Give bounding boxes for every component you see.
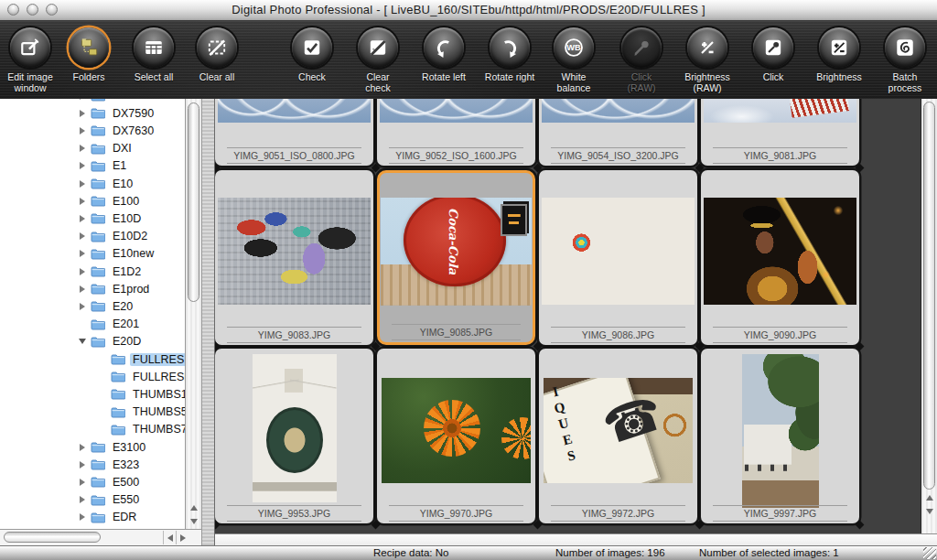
toolbar-button-folders[interactable]: Folders bbox=[57, 27, 121, 82]
clear-all-icon bbox=[206, 37, 228, 59]
toolbar-button-label: Brightness bbox=[807, 71, 871, 82]
folder-icon bbox=[91, 178, 105, 189]
scroll-right-arrow-icon[interactable] bbox=[176, 531, 189, 544]
thumbnail-cell-YIMG_9970.JPG[interactable]: YIMG_9970.JPG bbox=[377, 349, 535, 523]
disclosure-closed-icon[interactable] bbox=[77, 127, 88, 135]
folder-tree-item-e10d[interactable]: E10D bbox=[0, 210, 185, 227]
disclosure-closed-icon[interactable] bbox=[77, 250, 88, 257]
disclosure-closed-icon[interactable] bbox=[77, 479, 88, 486]
folder-tree-item-e3100[interactable]: E3100 bbox=[0, 438, 185, 456]
toolbar-button-brightness[interactable]: Brightness bbox=[807, 27, 871, 82]
toolbar-button-batch-process[interactable]: Batchprocess bbox=[873, 27, 937, 93]
disclosure-closed-icon[interactable] bbox=[77, 444, 88, 451]
toolbar-button-check[interactable]: Check bbox=[280, 27, 344, 82]
disclosure-closed-icon[interactable] bbox=[77, 232, 88, 240]
disclosure-closed-icon[interactable] bbox=[77, 110, 88, 117]
folder-label: E550 bbox=[110, 493, 142, 506]
disclosure-closed-icon[interactable] bbox=[77, 461, 88, 468]
toolbar-button-clear-check[interactable]: Clearcheck bbox=[346, 27, 410, 93]
content-scroll-strip[interactable] bbox=[215, 533, 937, 545]
folder-tree-item-e1prod[interactable]: E1prod bbox=[0, 280, 185, 297]
thumbnail-cell-YIMG_9085.JPG[interactable]: Coca-ColaYIMG_9085.JPG bbox=[377, 170, 535, 345]
thumbnail-cell-YIMG_9052_ISO_1600.JPG[interactable]: YIMG_9052_ISO_1600.JPG bbox=[377, 99, 535, 166]
folder-icon bbox=[91, 441, 105, 453]
toolbar-button-select-all[interactable]: Select all bbox=[122, 27, 186, 82]
thumbnail-cell-YIMG_9083.JPG[interactable]: YIMG_9083.JPG bbox=[215, 170, 373, 345]
folder-tree-item-e323[interactable]: E323 bbox=[0, 456, 185, 473]
folder-tree-item-thumbs150[interactable]: THUMBS150 bbox=[0, 385, 185, 403]
content-vertical-scrollbar[interactable] bbox=[921, 99, 937, 533]
disclosure-closed-icon[interactable] bbox=[77, 303, 88, 310]
scrollbar-thumb[interactable] bbox=[188, 102, 199, 302]
toolbar-button-edit-image-window[interactable]: Edit imagewindow bbox=[0, 27, 62, 93]
folder-tree-item-thumbs75[interactable]: THUMBS75 bbox=[0, 421, 185, 438]
thumbnail-cell-YIMG_9090.JPG[interactable]: YIMG_9090.JPG bbox=[701, 170, 859, 345]
folder-tree-item-e10[interactable]: E10 bbox=[0, 175, 185, 192]
folder-tree-item-e550[interactable]: E550 bbox=[0, 491, 185, 509]
thumbnail-cell-YIMG_9086.JPG[interactable]: YIMG_9086.JPG bbox=[539, 170, 697, 345]
folder-tree-item-e201[interactable]: E201 bbox=[0, 316, 185, 333]
disclosure-closed-icon[interactable] bbox=[77, 215, 88, 222]
folder-tree-item-e10d2[interactable]: E10D2 bbox=[0, 228, 185, 245]
folder-label: E100 bbox=[110, 195, 142, 208]
folder-tree-item-dx7590[interactable]: DX7590 bbox=[0, 104, 185, 122]
toolbar-button-click[interactable]: Click bbox=[741, 27, 805, 82]
resize-grip[interactable] bbox=[923, 547, 936, 559]
folder-tree-item-e20[interactable]: E20 bbox=[0, 297, 185, 315]
folder-tree-item-dx7630[interactable]: DX7630 bbox=[0, 122, 185, 139]
scrollbar-thumb[interactable] bbox=[4, 532, 101, 543]
folder-tree-item-e500[interactable]: E500 bbox=[0, 473, 185, 490]
scroll-down-arrow-icon[interactable] bbox=[921, 505, 937, 518]
toolbar-button-rotate-left[interactable]: Rotate left bbox=[412, 27, 476, 82]
white-balance-icon: WB bbox=[563, 37, 585, 59]
disclosure-closed-icon[interactable] bbox=[77, 162, 88, 169]
folder-tree-item-fullres[interactable]: FULLRES bbox=[0, 350, 185, 368]
disclosure-open-icon[interactable] bbox=[77, 339, 88, 344]
toolbar-button-rotate-right[interactable]: Rotate right bbox=[478, 27, 542, 82]
svg-text:WB: WB bbox=[566, 43, 581, 52]
folder-label: E20D bbox=[110, 335, 144, 348]
thumbnail-cell-YIMG_9997.JPG[interactable]: YIMG_9997.JPG bbox=[701, 349, 859, 523]
thumbnail-cell-YIMG_9081.JPG[interactable]: YIMG_9081.JPG bbox=[701, 99, 859, 166]
folder-tree-item-e1d2[interactable]: E1D2 bbox=[0, 263, 185, 280]
folder-label: THUMBS75 bbox=[130, 423, 185, 436]
eyedropper-icon bbox=[630, 37, 652, 59]
disclosure-closed-icon[interactable] bbox=[77, 513, 88, 521]
folder-tree-item-e10new[interactable]: E10new bbox=[0, 245, 185, 263]
scroll-up-arrow-icon[interactable] bbox=[186, 501, 201, 514]
scroll-left-arrow-icon[interactable] bbox=[163, 531, 177, 544]
folder-tree-item-fullrespro[interactable]: FULLRESPRO bbox=[0, 368, 185, 385]
pane-splitter[interactable] bbox=[201, 99, 215, 545]
scrollbar-thumb[interactable] bbox=[923, 102, 935, 490]
folder-icon bbox=[91, 283, 105, 295]
folder-tree-item-thumbs50[interactable]: THUMBS50 bbox=[0, 404, 185, 421]
thumbnail-cell-YIMG_9051_ISO_0800.JPG[interactable]: YIMG_9051_ISO_0800.JPG bbox=[215, 99, 373, 166]
folder-tree-item-e100[interactable]: E100 bbox=[0, 192, 185, 210]
toolbar-button-brightness-raw[interactable]: Brightness(RAW) bbox=[675, 27, 739, 93]
disclosure-closed-icon[interactable] bbox=[77, 496, 88, 503]
scroll-down-arrow-icon[interactable] bbox=[186, 515, 201, 528]
folder-tree-item-partial[interactable] bbox=[0, 99, 185, 104]
folder-tree-item-e20d[interactable]: E20D bbox=[0, 333, 185, 350]
disclosure-closed-icon[interactable] bbox=[77, 268, 88, 275]
folder-icon bbox=[91, 248, 105, 260]
folder-tree-item-edr[interactable]: EDR bbox=[0, 509, 185, 526]
disclosure-closed-icon[interactable] bbox=[77, 180, 88, 188]
thumbnail-cell-YIMG_9953.JPG[interactable]: YIMG_9953.JPG bbox=[215, 349, 373, 523]
sidebar-horizontal-scrollbar[interactable] bbox=[0, 529, 201, 545]
disclosure-closed-icon[interactable] bbox=[77, 198, 88, 205]
disclosure-closed-icon[interactable] bbox=[77, 145, 88, 152]
disclosure-closed-icon[interactable] bbox=[77, 285, 88, 293]
scroll-up-arrow-icon[interactable] bbox=[921, 491, 937, 504]
thumbnail-cell-YIMG_9054_ISO_3200.JPG[interactable]: YIMG_9054_ISO_3200.JPG bbox=[539, 99, 697, 166]
sidebar-vertical-scrollbar[interactable] bbox=[185, 99, 201, 529]
thumbnail-cell-YIMG_9972.JPG[interactable]: IQUESYIMG_9972.JPG bbox=[539, 349, 697, 523]
folder-tree-item-dxi[interactable]: DXI bbox=[0, 140, 185, 157]
app-window: Digital Photo Professional - [ LiveBU_16… bbox=[0, 0, 937, 560]
select-all-icon bbox=[143, 37, 165, 59]
thumbnail-image-sax-player bbox=[704, 198, 856, 305]
toolbar-button-white-balance[interactable]: WBWhitebalance bbox=[542, 27, 606, 93]
disclosure-closed-icon[interactable] bbox=[77, 99, 88, 100]
toolbar-button-clear-all[interactable]: Clear all bbox=[185, 27, 249, 82]
folder-tree-item-e1[interactable]: E1 bbox=[0, 157, 185, 175]
